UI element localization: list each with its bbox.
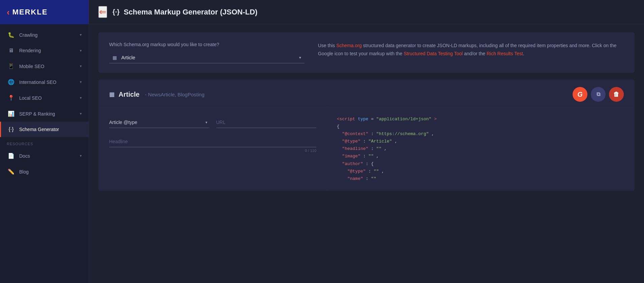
- sidebar-item-blog[interactable]: ✏️ Blog: [0, 164, 89, 180]
- sidebar-label-docs: Docs: [19, 153, 75, 159]
- headline-counter: 0 / 110: [109, 149, 316, 153]
- schema-select-wrapper[interactable]: ▦ Article Product FAQ Event Recipe ▾: [109, 52, 304, 63]
- sidebar-item-international-seo[interactable]: 🌐 International SEO ▾: [0, 74, 89, 90]
- code-equals: =: [371, 117, 374, 122]
- logo-text: MERKLE: [12, 8, 48, 17]
- code-line-7: "author" : {: [337, 160, 625, 168]
- article-card: ▦ Article - NewsArticle, BlogPosting G ⧉…: [98, 80, 635, 191]
- code-line-5: "headline" : "" ,: [337, 145, 625, 153]
- code-line-2: {: [337, 123, 625, 130]
- headline-input-wrapper[interactable]: [109, 136, 316, 147]
- copy-icon: ⧉: [597, 91, 600, 97]
- schema-icon: {·}: [112, 8, 120, 16]
- code-value-context: "https://schema.org": [376, 131, 429, 136]
- url-input-wrapper[interactable]: [216, 117, 317, 128]
- code-value-author-name: "": [371, 176, 376, 181]
- sidebar-label-serp-ranking: SERP & Ranking: [19, 111, 75, 117]
- sidebar-item-local-seo[interactable]: 📍 Local SEO ▾: [0, 90, 89, 106]
- copy-button[interactable]: ⧉: [591, 87, 606, 102]
- code-line-9: "name" : "": [337, 175, 625, 183]
- type-url-row: Article @type NewsArticle BlogPosting ▾: [109, 117, 316, 128]
- docs-icon: 📄: [8, 153, 14, 159]
- code-value-author-type: "": [374, 169, 379, 174]
- code-value-headline: "": [376, 146, 382, 151]
- schema-generator-icon: {·}: [8, 126, 14, 132]
- code-key-author: "author": [342, 161, 363, 166]
- topbar: ⇐ {·} Schema Markup Generator (JSON-LD): [89, 0, 644, 24]
- local-seo-icon: 📍: [8, 95, 14, 101]
- code-string: "application/ld+json": [376, 117, 431, 122]
- chevron-down-icon: ▾: [80, 112, 82, 116]
- chevron-down-icon: ▾: [80, 96, 82, 100]
- chevron-down-icon: ▾: [80, 80, 82, 84]
- code-line-4: "@type" : "Article" ,: [337, 138, 625, 145]
- article-body: Article @type NewsArticle BlogPosting ▾: [98, 107, 635, 191]
- main-content: ⇐ {·} Schema Markup Generator (JSON-LD) …: [89, 0, 644, 283]
- desc-prefix: Use this: [318, 43, 336, 48]
- article-title-icon: ▦: [109, 91, 115, 98]
- sidebar-label-blog: Blog: [19, 169, 82, 175]
- code-attr: type: [358, 117, 368, 122]
- chevron-down-icon: ▾: [80, 33, 82, 37]
- code-value-image: "": [368, 154, 374, 159]
- type-select-wrapper[interactable]: Article @type NewsArticle BlogPosting ▾: [109, 117, 210, 128]
- delete-button[interactable]: 🗑: [609, 87, 624, 102]
- back-button[interactable]: ⇐: [98, 6, 107, 18]
- page-title: {·} Schema Markup Generator (JSON-LD): [112, 8, 257, 17]
- structured-data-link[interactable]: Structured Data Testing Tool: [404, 51, 462, 56]
- content-area: Which Schema.org markup would you like t…: [89, 24, 644, 283]
- sidebar-item-crawling[interactable]: 🐛 Crawling ▾: [0, 27, 89, 43]
- schema-selector-section: Which Schema.org markup would you like t…: [109, 42, 304, 63]
- schema-org-link[interactable]: Schema.org: [336, 43, 361, 48]
- url-field: [216, 117, 317, 128]
- code-key-type: "@type": [342, 139, 361, 144]
- logo: ‹ MERKLE: [7, 7, 48, 18]
- article-subtitle: - NewsArticle, BlogPosting: [145, 92, 204, 97]
- code-key-author-type: "@type": [347, 169, 366, 174]
- type-field: Article @type NewsArticle BlogPosting ▾: [109, 117, 210, 128]
- sidebar-logo: ‹ MERKLE: [0, 0, 89, 24]
- chevron-down-icon: ▾: [80, 64, 82, 68]
- sidebar-label-international-seo: International SEO: [19, 80, 75, 85]
- sidebar-item-rendering[interactable]: 🖥 Rendering ▾: [0, 43, 89, 58]
- sidebar-label-crawling: Crawling: [19, 32, 75, 38]
- code-preview: <script type = "application/ld+json" > {…: [327, 107, 635, 191]
- code-line-3: "@context" : "https://schema.org" ,: [337, 130, 625, 138]
- code-line-6: "image" : "" ,: [337, 153, 625, 160]
- code-key-headline: "headline": [342, 146, 368, 151]
- serp-ranking-icon: 📊: [8, 111, 14, 117]
- code-tag: <script: [337, 117, 355, 122]
- code-key-image: "image": [342, 154, 361, 159]
- headline-input[interactable]: [109, 136, 316, 147]
- article-form: Article @type NewsArticle BlogPosting ▾: [98, 107, 327, 191]
- sidebar-item-docs[interactable]: 📄 Docs ▾: [0, 148, 89, 164]
- google-icon: G: [577, 91, 583, 98]
- rich-results-link[interactable]: Rich Results Test: [487, 51, 523, 56]
- trash-icon: 🗑: [613, 91, 619, 98]
- schema-type-select[interactable]: Article Product FAQ Event Recipe: [109, 52, 304, 63]
- desc-and: and/or the: [463, 51, 487, 56]
- url-input[interactable]: [216, 117, 317, 128]
- article-title: ▦ Article - NewsArticle, BlogPosting: [109, 91, 204, 98]
- sidebar: ‹ MERKLE 🐛 Crawling ▾ 🖥 Rendering ▾ 📱 Mo…: [0, 0, 89, 283]
- mobile-seo-icon: 📱: [8, 63, 14, 69]
- article-type-select[interactable]: Article @type NewsArticle BlogPosting: [109, 117, 210, 128]
- code-brace-open: {: [337, 124, 340, 129]
- chevron-down-icon: ▾: [80, 49, 82, 53]
- sidebar-item-mobile-seo[interactable]: 📱 Mobile SEO ▾: [0, 58, 89, 74]
- sidebar-navigation: 🐛 Crawling ▾ 🖥 Rendering ▾ 📱 Mobile SEO …: [0, 24, 89, 283]
- code-close-tag: >: [434, 117, 437, 122]
- code-line-8: "@type" : "" ,: [337, 168, 625, 175]
- google-test-button[interactable]: G: [573, 87, 587, 102]
- code-line-1: <script type = "application/ld+json" >: [337, 116, 625, 123]
- resources-label: Resources: [0, 137, 89, 148]
- code-key-context: "@context": [342, 131, 368, 136]
- blog-icon: ✏️: [8, 168, 14, 175]
- sidebar-item-serp-ranking[interactable]: 📊 SERP & Ranking ▾: [0, 106, 89, 122]
- description-section: Use this Schema.org structured data gene…: [318, 42, 624, 58]
- sidebar-label-local-seo: Local SEO: [19, 95, 75, 101]
- sidebar-item-schema-generator[interactable]: {·} Schema Generator: [0, 122, 89, 137]
- article-actions: G ⧉ 🗑: [573, 87, 624, 102]
- chevron-down-icon: ▾: [80, 154, 82, 158]
- desc-suffix: .: [523, 51, 524, 56]
